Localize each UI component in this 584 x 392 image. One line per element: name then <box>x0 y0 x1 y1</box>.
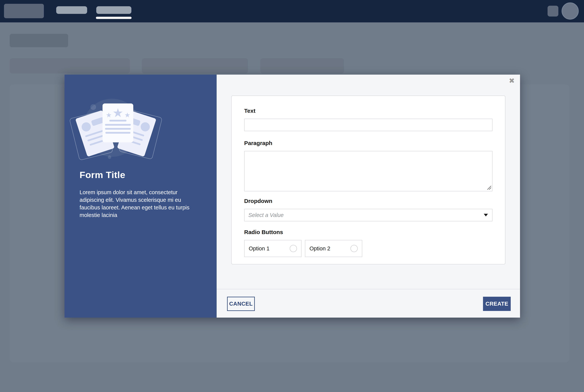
content-placeholder-block <box>142 58 248 74</box>
radio-circle-icon <box>350 245 358 252</box>
radio-option-2-label: Option 2 <box>310 246 330 252</box>
page-title-placeholder <box>10 34 68 47</box>
modal-footer: CANCEL CREATE <box>217 289 520 318</box>
paragraph-field-label: Paragraph <box>244 140 492 146</box>
text-input[interactable] <box>244 119 492 131</box>
create-button[interactable]: CREATE <box>483 297 511 311</box>
logo-placeholder[interactable] <box>4 4 44 18</box>
dropdown-placeholder: Select a Value <box>248 212 284 218</box>
modal-form-panel: ✖ Text Paragraph Dropdown Select a Value… <box>217 74 520 318</box>
active-tab-underline <box>96 17 132 19</box>
radio-group-label: Radio Buttons <box>244 229 492 236</box>
close-icon[interactable]: ✖ <box>508 76 516 86</box>
nav-tab-placeholder-2-active[interactable] <box>96 6 132 14</box>
radio-group: Option 1 Option 2 <box>244 240 492 257</box>
dropdown-caret-icon <box>484 214 488 216</box>
radio-option-1-label: Option 1 <box>249 246 270 252</box>
screen: Form Title Lorem ipsum dolor sit amet, c… <box>0 0 584 392</box>
stacked-cards-with-stars-illustration <box>75 94 158 170</box>
top-navbar <box>0 0 584 22</box>
avatar[interactable] <box>562 2 579 20</box>
dropdown-select[interactable]: Select a Value <box>244 209 492 221</box>
paragraph-textarea[interactable] <box>244 151 492 191</box>
modal-info-panel: Form Title Lorem ipsum dolor sit amet, c… <box>64 74 217 318</box>
form-card: Text Paragraph Dropdown Select a Value R… <box>231 96 506 264</box>
form-modal-dialog: Form Title Lorem ipsum dolor sit amet, c… <box>64 74 520 318</box>
paragraph-field-wrap <box>244 151 492 191</box>
modal-title: Form Title <box>80 170 125 180</box>
cancel-button[interactable]: CANCEL <box>227 297 255 311</box>
radio-option-2[interactable]: Option 2 <box>305 240 362 257</box>
radio-option-1[interactable]: Option 1 <box>244 240 302 257</box>
content-placeholder-block <box>260 58 344 74</box>
modal-description: Lorem ipsum dolor sit amet, consectetur … <box>80 188 190 219</box>
radio-circle-icon <box>290 245 297 252</box>
content-placeholder-block <box>10 58 130 74</box>
dropdown-field-label: Dropdown <box>244 198 492 204</box>
text-field-label: Text <box>244 108 492 114</box>
nav-tab-placeholder-1[interactable] <box>56 6 87 14</box>
navbar-icon-button[interactable] <box>548 6 558 16</box>
